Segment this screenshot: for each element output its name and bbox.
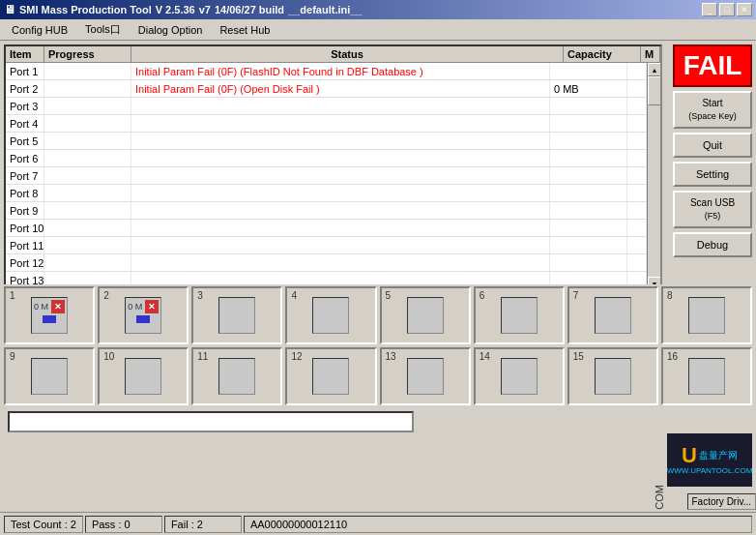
cell-capacity [550,185,627,201]
cell-capacity [550,237,627,253]
port-blue-bar [43,315,56,323]
port-inner [125,358,161,395]
port-inner [407,297,444,334]
port-cell-12[interactable]: 12 [285,347,376,405]
port-cell-2[interactable]: 20 M✕ [98,286,189,344]
cell-status [131,254,550,271]
table-row: Port 3 [6,98,647,115]
progress-input-area [4,411,752,432]
port-cell-6[interactable]: 6 [474,286,565,344]
cell-mode [627,185,647,201]
minimize-button[interactable]: _ [702,3,717,16]
menu-dialog-option[interactable]: Dialog Option [131,22,211,38]
port-fail-icon: ✕ [145,300,159,313]
cell-item: Port 7 [6,167,44,184]
table-row: Port 11 [6,237,647,254]
cell-capacity [550,133,627,149]
fail-badge: FAIL [673,45,752,87]
cell-progress [44,185,131,201]
fail-section: Fail : 2 [164,516,242,533]
cell-item: Port 11 [6,237,44,253]
port-inner [31,358,68,395]
title-bar: 🖥 SMI Mass Production Tool V 2.5.36 v7 1… [0,0,756,19]
port-inner [218,358,255,395]
port-cell-3[interactable]: 3 [191,286,282,344]
quit-button[interactable]: Quit [673,133,752,158]
port-cell-8[interactable]: 8 [661,286,752,344]
cell-mode [627,202,647,219]
status-bar: Test Count : 2 Pass : 0 Fail : 2 AA00000… [0,512,756,535]
cell-capacity: 0 MB [550,80,627,97]
cell-mode [627,80,647,97]
cell-item: Port 1 [6,63,44,79]
port-number-label: 1 [10,290,15,301]
close-button[interactable]: ✕ [737,3,752,16]
port-cell-4[interactable]: 4 [285,286,376,344]
ports-area: 10 M✕20 M✕345678 910111213141516 Factory… [0,284,756,512]
port-fail-icon: ✕ [51,300,65,313]
cell-item: Port 8 [6,185,44,201]
cell-mode [627,133,647,149]
port-inner [688,297,725,334]
cell-mode [627,167,647,184]
port-number-label: 16 [667,351,678,362]
cell-item: Port 3 [6,98,44,114]
scroll-up-button[interactable]: ▲ [648,63,660,76]
cell-status [131,220,550,236]
cell-capacity [550,167,627,184]
cell-mode [627,115,647,132]
factory-drive-label: Factory Driv... [687,493,756,510]
port-row-2: 910111213141516 [4,347,752,405]
cell-progress [44,80,131,97]
cell-status [131,115,550,132]
scan-usb-button[interactable]: Scan USB(F5) [673,191,752,228]
port-cell-10[interactable]: 10 [98,347,189,405]
port-cell-11[interactable]: 11 [191,347,282,405]
port-cell-7[interactable]: 7 [567,286,658,344]
col-progress: Progress [44,46,131,62]
menu-config-hub[interactable]: Config HUB [4,22,75,38]
cell-item: Port 10 [6,220,44,236]
table-row: Port 5 [6,133,647,150]
port-cell-14[interactable]: 14 [474,347,565,405]
port-number-label: 4 [291,290,297,301]
cell-progress [44,254,131,271]
cell-status [131,237,550,253]
port-inner [312,297,349,334]
port-cell-9[interactable]: 9 [4,347,95,405]
col-capacity: Capacity [564,46,641,62]
port-cell-1[interactable]: 10 M✕ [4,286,95,344]
menu-reset-hub[interactable]: Reset Hub [212,22,277,38]
port-cell-5[interactable]: 5 [380,286,471,344]
cell-progress [44,167,131,184]
watermark: U 盘量产网 WWW.UPANTOOL.COM [667,433,752,487]
port-cell-13[interactable]: 13 [380,347,471,405]
port-number-label: 14 [480,351,490,362]
cell-status [131,133,550,149]
pass-section: Pass : 0 [85,516,162,533]
port-inner [595,297,631,334]
scroll-track[interactable] [648,76,660,277]
col-item: Item [6,46,44,62]
menu-tools[interactable]: Tools口 [77,20,129,39]
col-status: Status [131,46,564,62]
code-section: AA00000000012110 [244,516,752,533]
cell-capacity [550,220,627,236]
table-row: Port 10 [6,220,647,237]
code-label: AA00000000012110 [250,519,347,530]
table-row: Port 7 [6,167,647,185]
port-cell-16[interactable]: 16 [661,347,752,405]
start-button[interactable]: Start(Space Key) [673,91,752,129]
cell-status [131,150,550,166]
setting-button[interactable]: Setting [673,162,752,187]
vertical-scrollbar[interactable]: ▲ ▼ [647,63,660,290]
cell-mode [627,150,647,166]
port-size-label: 0 M [34,302,48,312]
port-number-label: 8 [667,290,673,301]
port-blue-bar [136,315,150,323]
debug-button[interactable]: Debug [673,232,752,257]
scroll-thumb[interactable] [648,76,660,105]
table-row: Port 9 [6,202,647,220]
maximize-button[interactable]: □ [719,3,735,16]
port-cell-15[interactable]: 15 [567,347,658,405]
